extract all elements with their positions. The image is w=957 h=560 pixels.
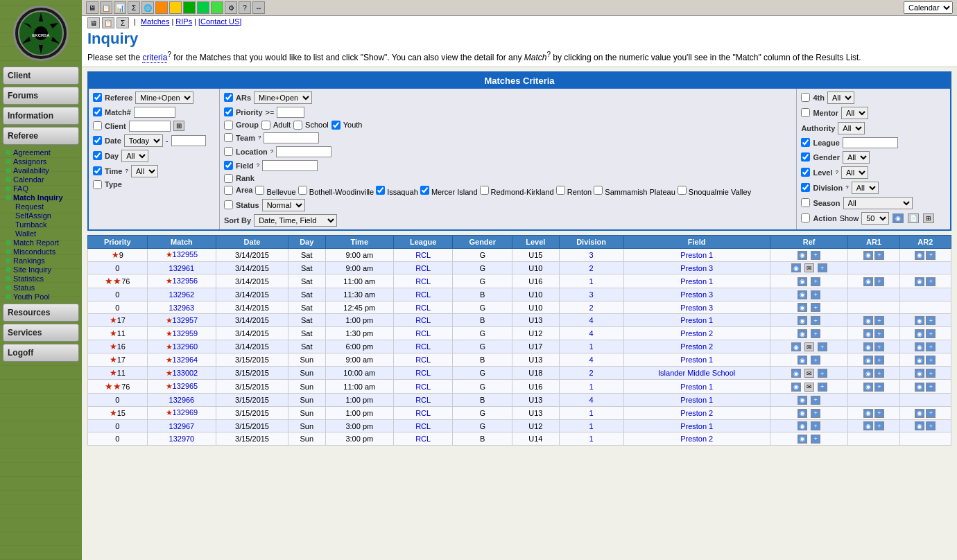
authority-select[interactable]: All	[838, 122, 865, 134]
show-button[interactable]: ◉	[893, 213, 904, 223]
client-button[interactable]: Client	[3, 67, 79, 85]
ar2-view-icon[interactable]: ◉	[915, 277, 924, 286]
match-link[interactable]: ★	[166, 316, 173, 324]
calendar-select[interactable]: Calendar	[904, 1, 953, 14]
field-link[interactable]: Preston 3	[680, 264, 713, 272]
rank-checkbox[interactable]	[224, 174, 233, 183]
cell-match[interactable]: ★132957	[147, 314, 216, 327]
ref-add-icon[interactable]: +	[818, 383, 827, 392]
calendar-select-container[interactable]: Calendar	[904, 1, 953, 14]
field-link[interactable]: Preston 1	[680, 277, 713, 286]
match-link[interactable]: ★	[166, 369, 173, 377]
division-link[interactable]: 1	[589, 422, 594, 430]
cell-match[interactable]: ★133002	[147, 367, 216, 380]
matches-link[interactable]: Matches	[141, 17, 170, 28]
ref-view-icon[interactable]: ◉	[791, 383, 801, 392]
ar1-view-icon[interactable]: ◉	[863, 383, 873, 392]
cell-match[interactable]: 132961	[147, 261, 216, 274]
mentor-checkbox[interactable]	[801, 108, 810, 117]
league-link[interactable]: RCL	[415, 356, 431, 364]
date-select[interactable]: Today	[124, 134, 163, 147]
day-checkbox[interactable]	[93, 151, 102, 160]
ref-view-icon[interactable]: ◉	[798, 303, 807, 312]
grid-icon[interactable]: ⊞	[923, 213, 934, 223]
icon-5[interactable]: 🌐	[141, 1, 154, 14]
icon-8[interactable]: ↔	[252, 1, 265, 14]
league-link[interactable]: RCL	[415, 304, 431, 312]
league-checkbox[interactable]	[801, 138, 810, 147]
league-link[interactable]: RCL	[415, 342, 431, 351]
league-link[interactable]: RCL	[415, 290, 431, 299]
match-number-link[interactable]: 132970	[169, 435, 195, 443]
ar1-add-icon[interactable]: +	[874, 369, 884, 378]
cell-match[interactable]: ★132960	[147, 340, 216, 353]
forums-button[interactable]: Forums	[3, 87, 79, 105]
ref-add-icon[interactable]: +	[811, 303, 820, 312]
client-picker[interactable]: ⊞	[173, 121, 184, 131]
type-checkbox[interactable]	[93, 180, 102, 189]
agreement-link[interactable]: Agreement	[6, 148, 76, 157]
ar1-add-icon[interactable]: +	[874, 251, 884, 260]
site-inquiry-link[interactable]: Site Inquiry	[6, 265, 76, 274]
field-link[interactable]: Preston 2	[680, 329, 713, 338]
ref-email-icon[interactable]: ✉	[804, 263, 814, 272]
icon-7[interactable]: ?	[239, 1, 251, 14]
ar2-view-icon[interactable]: ◉	[915, 316, 924, 325]
rankings-link[interactable]: Rankings	[6, 256, 76, 265]
field-link[interactable]: Preston 3	[680, 304, 713, 312]
turnback-link[interactable]: Turnback	[6, 220, 76, 229]
team-checkbox[interactable]	[224, 133, 233, 142]
cell-match[interactable]: 132962	[147, 288, 216, 301]
match-number-link[interactable]: 132969	[173, 408, 198, 417]
group-checkbox[interactable]	[224, 121, 233, 130]
ar2-view-icon[interactable]: ◉	[915, 342, 924, 351]
ar1-add-icon[interactable]: +	[874, 329, 884, 338]
icon-6[interactable]: ⚙	[225, 1, 237, 14]
action-checkbox[interactable]	[801, 213, 810, 222]
match-link[interactable]: ★	[166, 250, 173, 259]
ar2-add-icon[interactable]: +	[926, 421, 936, 430]
ref-add-icon[interactable]: +	[811, 356, 820, 365]
ar2-add-icon[interactable]: +	[926, 369, 936, 378]
referee-checkbox[interactable]	[93, 93, 102, 102]
area-sammamish[interactable]: Sammamish Plateau	[594, 186, 675, 196]
division-link[interactable]: 4	[589, 396, 594, 404]
field-link[interactable]: Preston 1	[680, 422, 713, 430]
league-link[interactable]: RCL	[415, 277, 431, 286]
cell-match[interactable]: ★132964	[147, 353, 216, 367]
area-issaquah[interactable]: Issaquah	[376, 186, 418, 196]
match-link[interactable]: ★	[166, 342, 173, 351]
cell-match[interactable]: 132967	[147, 419, 216, 432]
ref-view-icon[interactable]: ◉	[798, 421, 807, 430]
show-count-select[interactable]: 50	[861, 212, 889, 225]
adult-checkbox[interactable]	[261, 121, 270, 130]
location-input[interactable]	[276, 146, 331, 157]
location-checkbox[interactable]	[224, 147, 233, 156]
ar1-add-icon[interactable]: +	[874, 356, 884, 365]
league-link[interactable]: RCL	[415, 396, 431, 404]
ar1-view-icon[interactable]: ◉	[863, 329, 873, 338]
area-bothell[interactable]: Bothell-Woodinville	[298, 186, 374, 196]
ar2-view-icon[interactable]: ◉	[915, 251, 924, 260]
match-link[interactable]: ★	[166, 356, 173, 364]
league-link[interactable]: RCL	[415, 264, 431, 272]
division-link[interactable]: 4	[589, 316, 594, 324]
division-link[interactable]: 1	[589, 342, 594, 351]
area-checkbox[interactable]	[224, 186, 233, 195]
ref-view-icon[interactable]: ◉	[798, 316, 807, 325]
ar1-view-icon[interactable]: ◉	[863, 421, 873, 430]
ar1-add-icon[interactable]: +	[874, 316, 884, 325]
match-number-link[interactable]: 132960	[173, 342, 198, 351]
ref-email-icon[interactable]: ✉	[804, 342, 814, 351]
services-button[interactable]: Services	[3, 324, 79, 342]
statistics-link[interactable]: Statistics	[6, 274, 76, 283]
ar2-add-icon[interactable]: +	[926, 251, 936, 260]
ar1-add-icon[interactable]: +	[874, 277, 884, 286]
match-number-link[interactable]: 132967	[169, 422, 195, 430]
division-link[interactable]: 1	[589, 435, 594, 443]
availability-link[interactable]: Availability	[6, 166, 76, 175]
ar2-view-icon[interactable]: ◉	[915, 383, 924, 392]
league-link[interactable]: RCL	[415, 435, 431, 443]
match-number-link[interactable]: 132962	[169, 290, 195, 299]
ref-view-icon[interactable]: ◉	[798, 277, 807, 286]
